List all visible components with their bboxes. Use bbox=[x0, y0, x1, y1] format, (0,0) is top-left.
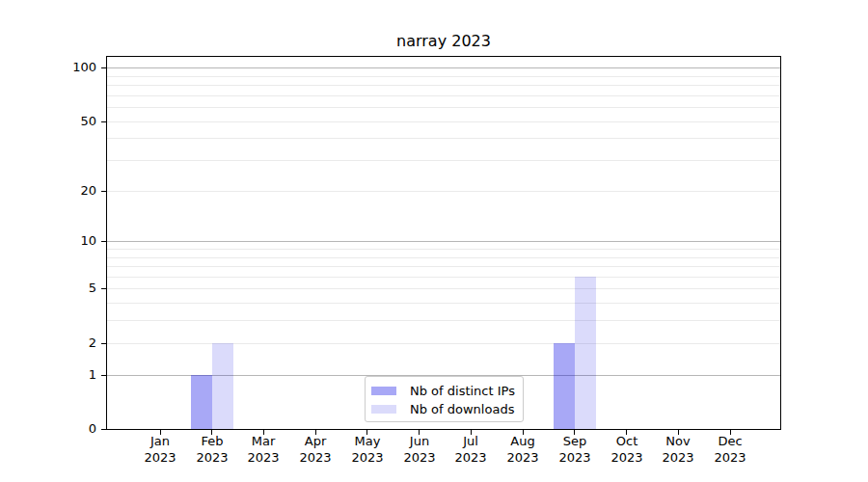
gridline-minor bbox=[107, 95, 780, 96]
x-tick-label-jul: Jul2023 bbox=[442, 433, 500, 466]
y-tick-label: 10 bbox=[50, 232, 96, 250]
y-tick-label: 0 bbox=[50, 420, 96, 438]
gridline-minor bbox=[107, 343, 780, 344]
gridline-minor bbox=[107, 191, 780, 192]
y-tick-label: 20 bbox=[50, 182, 96, 200]
legend: Nb of distinct IPs Nb of downloads bbox=[365, 376, 524, 422]
gridline-minor bbox=[107, 303, 780, 304]
gridline-minor bbox=[107, 160, 780, 161]
plot-area bbox=[106, 56, 781, 430]
gridline-minor bbox=[107, 288, 780, 289]
y-tick-mark bbox=[101, 375, 107, 376]
x-tick-label-nov: Nov2023 bbox=[649, 433, 707, 466]
y-tick-label: 100 bbox=[50, 59, 96, 76]
x-tick-label-apr: Apr2023 bbox=[286, 433, 344, 466]
legend-swatch-downloads bbox=[371, 405, 396, 414]
legend-label: Nb of distinct IPs bbox=[410, 382, 515, 400]
y-tick-label: 5 bbox=[50, 280, 96, 297]
bar-feb-distinct-ips bbox=[191, 375, 212, 429]
bar-sep-downloads bbox=[575, 277, 596, 429]
x-tick-label-sep: Sep2023 bbox=[546, 433, 604, 466]
legend-item: Nb of distinct IPs bbox=[371, 382, 517, 400]
x-tick-label-oct: Oct2023 bbox=[598, 433, 656, 466]
legend-swatch-distinct-ips bbox=[371, 387, 396, 395]
x-tick-label-aug: Aug2023 bbox=[494, 433, 552, 466]
gridline-minor bbox=[107, 107, 780, 108]
gridline-minor bbox=[107, 257, 780, 258]
gridline-minor bbox=[107, 85, 780, 86]
gridline-minor bbox=[107, 121, 780, 122]
x-tick-label-jun: Jun2023 bbox=[391, 433, 448, 466]
bar-feb-downloads bbox=[212, 343, 233, 429]
y-tick-mark bbox=[101, 191, 107, 192]
gridline-major bbox=[107, 241, 780, 242]
y-tick-label: 1 bbox=[50, 366, 96, 384]
chart-figure: narray 2023 0125102050100Jan2023Feb2023M… bbox=[0, 0, 868, 482]
gridline-major bbox=[107, 67, 780, 68]
y-tick-mark bbox=[101, 67, 107, 68]
y-tick-mark bbox=[101, 429, 107, 430]
gridline-minor bbox=[107, 76, 780, 77]
x-tick-label-may: May2023 bbox=[339, 433, 396, 466]
x-tick-label-dec: Dec2023 bbox=[701, 433, 759, 466]
x-tick-label-feb: Feb2023 bbox=[183, 433, 241, 466]
chart-title: narray 2023 bbox=[106, 33, 781, 50]
x-tick-label-jan: Jan2023 bbox=[131, 433, 189, 466]
x-tick-label-mar: Mar2023 bbox=[234, 433, 292, 466]
bar-sep-distinct-ips bbox=[554, 343, 575, 429]
legend-item: Nb of downloads bbox=[371, 400, 517, 418]
y-tick-mark bbox=[101, 343, 107, 344]
gridline-minor bbox=[107, 266, 780, 267]
legend-label: Nb of downloads bbox=[410, 400, 514, 418]
gridline-minor bbox=[107, 320, 780, 321]
y-tick-label: 50 bbox=[50, 113, 96, 130]
y-tick-mark bbox=[101, 121, 107, 122]
gridline-minor bbox=[107, 277, 780, 278]
gridline-minor bbox=[107, 138, 780, 139]
y-tick-mark bbox=[101, 241, 107, 242]
gridline-minor bbox=[107, 249, 780, 250]
y-tick-label: 2 bbox=[50, 335, 96, 352]
y-tick-mark bbox=[101, 288, 107, 289]
